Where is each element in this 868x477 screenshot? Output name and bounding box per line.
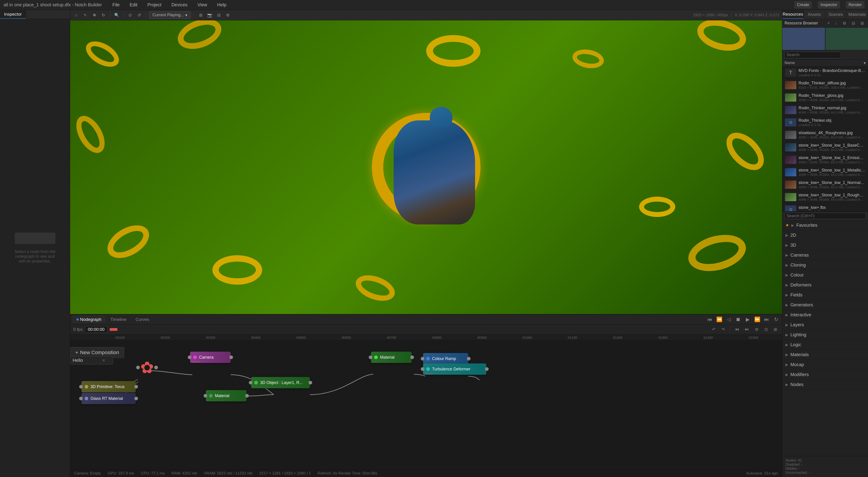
- rb-add-button[interactable]: +: [826, 20, 832, 27]
- cat-lighting[interactable]: ▶ Lighting: [782, 330, 868, 340]
- render-button[interactable]: Render: [846, 1, 864, 8]
- cat-arrow-deformers: ▶: [785, 283, 788, 287]
- resource-item-font[interactable]: T MVD Fonts - BrandonGrotesque-Black.otf…: [782, 66, 868, 79]
- redo-button[interactable]: ↷: [720, 326, 726, 333]
- create-button[interactable]: Create: [795, 1, 812, 8]
- time-display[interactable]: 00:00:00: [85, 326, 107, 333]
- ng-prev-button[interactable]: ⏮: [733, 326, 741, 333]
- camera-node[interactable]: Camera ~~~: [190, 352, 231, 363]
- layout-icon[interactable]: ⊞: [197, 12, 204, 19]
- cat-generators[interactable]: ▶ Generators: [782, 300, 868, 310]
- resource-item-basecolor[interactable]: stone_low+_Stone_low_1_BaseColor.png 409…: [782, 141, 868, 154]
- primitive-node[interactable]: 3D Primitive: Torus: [82, 381, 136, 392]
- rotate-icon[interactable]: ↻: [100, 12, 107, 19]
- menu-devices[interactable]: Devices: [170, 1, 189, 8]
- reset-icon[interactable]: ⊙: [127, 12, 133, 19]
- cat-3d[interactable]: ▶ 3D: [782, 240, 868, 250]
- rb-settings-button[interactable]: ⚙: [841, 20, 848, 27]
- move-icon[interactable]: ✥: [91, 12, 98, 19]
- playmode-dropdown[interactable]: Current Playing... ▾: [149, 11, 191, 19]
- cat-cameras[interactable]: ▶ Cameras: [782, 250, 868, 260]
- camera-icon[interactable]: 📷: [206, 12, 213, 19]
- tab-nodegraph[interactable]: Nodegraph: [72, 316, 105, 323]
- loop-button[interactable]: ↻: [773, 316, 780, 323]
- tab-inspector[interactable]: Inspector: [0, 10, 26, 19]
- cat-mocap[interactable]: ▶ Mocap: [782, 360, 868, 370]
- col-sort-icon[interactable]: ▾: [864, 61, 866, 65]
- resource-meta-gloss: 4096 × 4096, RGBA, 64.0 MB, Loaded in 0.…: [799, 98, 865, 102]
- 3dobj-node[interactable]: 3D Object : Layer1, R...: [251, 377, 310, 388]
- cat-logic[interactable]: ▶ Logic: [782, 340, 868, 350]
- glass-node[interactable]: Glass RT Material: [82, 393, 136, 404]
- ng-zoom-fit-button[interactable]: ⊡: [763, 326, 770, 333]
- node-categories-search[interactable]: [784, 213, 866, 219]
- cat-layers[interactable]: ▶ Layers: [782, 320, 868, 330]
- cat-interactive[interactable]: ▶ Interactive: [782, 310, 868, 320]
- resource-item-obj[interactable]: ⊙ Rodin_Thinker.obj Loaded in 2.0s: [782, 116, 868, 129]
- material-node-2[interactable]: Material: [206, 390, 247, 401]
- play-button[interactable]: ▶: [744, 316, 751, 323]
- settings-icon[interactable]: ⚙: [224, 12, 231, 19]
- menu-help[interactable]: Help: [215, 1, 228, 8]
- tab-timeline[interactable]: Timeline: [106, 316, 130, 323]
- menu-view[interactable]: View: [196, 1, 209, 8]
- colour-ramp-node[interactable]: Colour Ramp: [423, 353, 468, 364]
- nodegraph-content[interactable]: + New Composition ✕ ✿ Camera: [70, 341, 782, 469]
- cat-2d[interactable]: ▶ 2D: [782, 230, 868, 240]
- resource-item-roughness[interactable]: shoeboxc_4K_Roughness.jpg 4096 × 4096, R…: [782, 129, 868, 141]
- resource-item-fbx[interactable]: ⊙ stone_low+.fbx Loaded in 0.08s: [782, 203, 868, 211]
- menu-edit[interactable]: Edit: [128, 1, 139, 8]
- play-back-button[interactable]: ◁: [725, 316, 732, 323]
- rb-view-toggle[interactable]: ⊟: [850, 20, 857, 27]
- turbulence-node[interactable]: Turbulence Deformer ~~~: [423, 363, 486, 375]
- cat-cloning[interactable]: ▶ Cloning: [782, 260, 868, 270]
- nodegraph-search-input[interactable]: [73, 358, 102, 363]
- resource-item-metallic[interactable]: stone_low+_Stone_low_1_Metallic.png 4096…: [782, 166, 868, 179]
- tab-resources[interactable]: Resources: [782, 10, 804, 19]
- resource-item-diffuse[interactable]: Rodin_Thinker_diffuse.jpg 8192 × 8192, R…: [782, 79, 868, 91]
- viewport[interactable]: [70, 20, 782, 314]
- grid-icon[interactable]: ⊟: [215, 12, 222, 19]
- menu-project[interactable]: Project: [146, 1, 163, 8]
- root-node[interactable]: ✿: [138, 358, 156, 377]
- zoom-icon[interactable]: 🔍: [113, 12, 120, 19]
- step-back-button[interactable]: ⏪: [716, 316, 723, 323]
- cat-modifiers[interactable]: ▶ Modifiers: [782, 370, 868, 380]
- tab-assets[interactable]: Assets: [804, 10, 825, 19]
- tab-curves[interactable]: Curves: [131, 316, 153, 323]
- cat-favourites[interactable]: ★ ▶ Favourites: [782, 220, 868, 230]
- swatch-right[interactable]: [826, 28, 868, 50]
- step-forward-button[interactable]: ⏩: [753, 316, 761, 323]
- cat-nodes[interactable]: ▶ Nodes: [782, 380, 868, 390]
- resource-item-gloss[interactable]: Rodin_Thinker_gloss.jpg 4096 × 4096, RGB…: [782, 91, 868, 104]
- refresh-icon[interactable]: ↺: [136, 12, 143, 19]
- cat-materials[interactable]: ▶ Materials: [782, 350, 868, 360]
- undo-button[interactable]: ↶: [710, 326, 717, 333]
- resource-item-normal[interactable]: Rodin_Thinker_normal.jpg 4096 × 4096, RG…: [782, 104, 868, 116]
- material-node-1[interactable]: Material: [371, 352, 412, 363]
- nodegraph-search[interactable]: ✕: [70, 356, 113, 364]
- cat-colour[interactable]: ▶ Colour: [782, 270, 868, 280]
- home-icon[interactable]: ⌂: [73, 12, 80, 19]
- cat-deformers[interactable]: ▶ Deformers: [782, 280, 868, 290]
- resource-search-input[interactable]: [784, 52, 841, 58]
- resource-item-normal2[interactable]: stone_low+_Stone_low_1_Normal.png 4096 ×…: [782, 179, 868, 191]
- ng-next-button[interactable]: ⏭: [743, 326, 751, 333]
- ng-zoom-in-button[interactable]: ⊞: [772, 326, 779, 333]
- rb-grid-view[interactable]: ⊞: [859, 20, 866, 27]
- camera-wavy: ~~~: [192, 359, 200, 365]
- tab-scenes[interactable]: Scenes: [825, 10, 847, 19]
- inspector-button[interactable]: Inspector: [818, 1, 840, 8]
- resource-item-emissive[interactable]: stone_low+_Stone_low_1_Emissive.png 4096…: [782, 154, 868, 166]
- skip-start-button[interactable]: ⏮: [706, 316, 713, 323]
- stop-button[interactable]: ⏹: [735, 316, 742, 323]
- tab-materials[interactable]: Materials: [846, 10, 868, 19]
- rb-import-button[interactable]: ↓: [833, 20, 839, 27]
- skip-end-button[interactable]: ⏭: [763, 316, 770, 323]
- resource-item-roughness2[interactable]: stone_low+_Stone_low_1_Roughness.png 409…: [782, 191, 868, 203]
- cat-fields[interactable]: ▶ Fields: [782, 290, 868, 300]
- swatch-left[interactable]: [782, 28, 825, 50]
- menu-file[interactable]: File: [111, 1, 122, 8]
- ng-settings-button[interactable]: ⚙: [753, 326, 760, 333]
- pointer-icon[interactable]: ↖: [82, 12, 89, 19]
